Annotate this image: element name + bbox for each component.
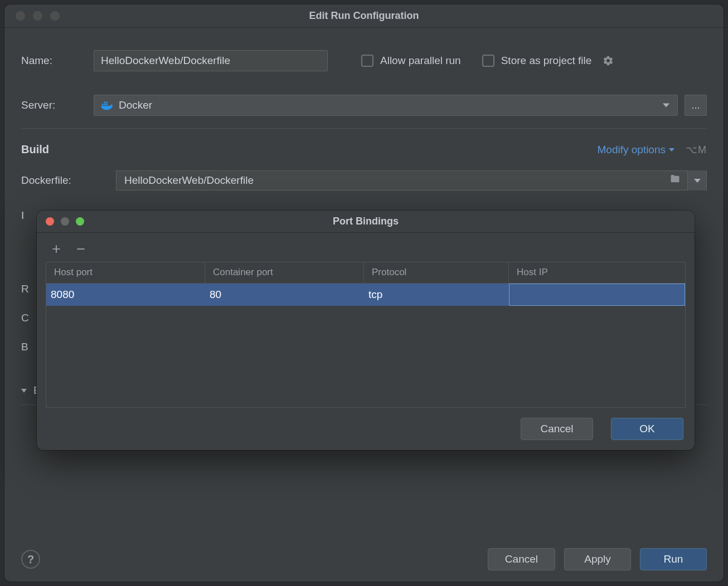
modify-options-label: Modify options [597,144,666,156]
modify-options-link[interactable]: Modify options [597,144,674,156]
chevron-down-icon [21,389,27,393]
modal-titlebar: Port Bindings [37,211,695,233]
allow-parallel-checkbox[interactable] [361,55,373,67]
help-button[interactable]: ? [21,550,40,569]
store-project-group: Store as project file [482,55,614,67]
table-empty-area [46,306,685,407]
server-browse-button[interactable]: ... [685,95,707,116]
chevron-down-icon [669,148,674,152]
cancel-button[interactable]: Cancel [488,548,555,570]
svg-rect-4 [106,102,108,104]
dockerfile-select[interactable]: HelloDockerWeb/Dockerfile [116,170,707,191]
remove-row-button[interactable] [75,243,87,255]
dockerfile-row: Dockerfile: HelloDockerWeb/Dockerfile [21,170,707,191]
allow-parallel-label: Allow parallel run [380,55,461,67]
col-protocol[interactable]: Protocol [364,262,509,283]
main-titlebar: Edit Run Configuration [4,4,724,28]
cell-host-ip-editing[interactable] [509,284,685,306]
chevron-down-icon [663,104,669,108]
port-bindings-dialog: Port Bindings Host port Container port P… [37,211,695,450]
svg-rect-5 [77,248,84,250]
modal-title: Port Bindings [37,216,695,227]
store-project-label: Store as project file [501,55,592,67]
divider [21,128,707,129]
modal-cancel-button[interactable]: Cancel [521,418,593,440]
cell-host-port[interactable]: 8080 [46,289,205,301]
col-container-port[interactable]: Container port [205,262,364,283]
build-title: Build [21,143,49,156]
table-row[interactable]: 8080 80 tcp [46,284,685,306]
traffic-lights-main [4,11,60,21]
run-button[interactable]: Run [640,548,707,570]
traffic-lights-modal [37,217,84,226]
dockerfile-value: HelloDockerWeb/Dockerfile [124,174,254,187]
modal-ok-button[interactable]: OK [611,418,683,440]
svg-rect-1 [104,104,106,105]
dockerfile-label: Dockerfile: [21,174,116,187]
window-zoom-icon[interactable] [76,217,84,226]
window-close-icon[interactable] [16,11,25,21]
shortcut-hint: ⌥M [686,144,707,156]
docker-icon [101,100,113,110]
col-host-ip[interactable]: Host IP [509,262,685,283]
port-bindings-table: Host port Container port Protocol Host I… [46,262,686,408]
svg-rect-3 [104,102,106,104]
main-footer: ? Cancel Apply Run [4,537,724,582]
modal-content: Host port Container port Protocol Host I… [37,233,695,408]
store-project-checkbox[interactable] [482,55,494,67]
add-row-button[interactable] [50,243,62,255]
gear-icon[interactable] [603,55,614,66]
server-row: Server: Docker ... [21,95,707,116]
apply-button[interactable]: Apply [564,548,631,570]
server-label: Server: [21,99,94,111]
allow-parallel-group: Allow parallel run [361,55,461,67]
build-section-header: Build Modify options ⌥M [21,143,707,156]
svg-rect-0 [102,104,104,105]
table-toolbar [46,240,686,262]
modal-footer: Cancel OK [37,408,695,450]
svg-rect-2 [106,104,108,105]
cell-protocol[interactable]: tcp [364,289,509,301]
name-label: Name: [21,55,94,67]
server-value: Docker [119,99,152,111]
cell-container-port[interactable]: 80 [205,289,364,301]
col-host-port[interactable]: Host port [46,262,205,283]
window-zoom-icon[interactable] [50,11,60,21]
dockerfile-caret[interactable] [687,170,706,191]
folder-icon [669,174,681,188]
window-title: Edit Run Configuration [4,10,724,22]
table-header: Host port Container port Protocol Host I… [46,262,685,284]
name-input[interactable] [94,50,328,71]
window-close-icon[interactable] [46,217,54,226]
window-minimize-icon[interactable] [33,11,42,21]
name-row: Name: Allow parallel run Store as projec… [21,50,707,71]
window-minimize-icon[interactable] [61,217,69,226]
chevron-down-icon [694,179,701,183]
server-select[interactable]: Docker [94,95,678,116]
